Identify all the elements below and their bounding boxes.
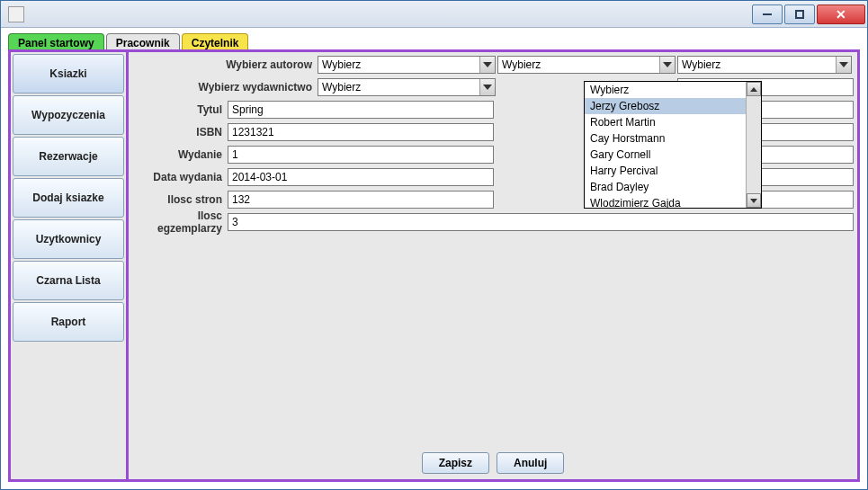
anuluj-button[interactable]: Anuluj bbox=[497, 452, 564, 474]
close-button[interactable]: ✕ bbox=[817, 4, 865, 24]
chevron-down-icon bbox=[479, 57, 495, 73]
label-ilosc-stron: Ilosc stron bbox=[132, 193, 228, 206]
chevron-down-icon bbox=[479, 79, 495, 95]
input-isbn[interactable]: 1231321 bbox=[228, 123, 494, 141]
combo-author-2[interactable]: Wybierz bbox=[497, 56, 676, 74]
combo-author-1[interactable]: Wybierz bbox=[318, 56, 496, 74]
main-tabs: Panel startowy Pracownik Czytelnik bbox=[1, 28, 867, 52]
content-frame: Ksiazki Wypozyczenia Rezerwacje Dodaj ks… bbox=[8, 49, 860, 482]
label-data-wydania: Data wydania bbox=[132, 171, 228, 183]
label-isbn: ISBN bbox=[132, 126, 228, 138]
dropdown-item[interactable]: Harry Percival bbox=[585, 163, 761, 179]
dropdown-item[interactable]: Wlodzimierz Gajda bbox=[585, 195, 761, 208]
sidebar-item-ksiazki[interactable]: Ksiazki bbox=[13, 54, 124, 94]
combo-wydawnictwo[interactable]: Wybierz bbox=[318, 78, 496, 96]
combo-author-3[interactable]: Wybierz bbox=[677, 56, 852, 74]
dropdown-item[interactable]: Brad Dayley bbox=[585, 179, 761, 195]
titlebar: ✕ bbox=[1, 1, 867, 28]
label-wybierz-autorow: Wybierz autorow bbox=[132, 58, 318, 71]
dropdown-item[interactable]: Robert Martin bbox=[585, 114, 761, 130]
author-dropdown-list[interactable]: WybierzJerzy GreboszRobert MartinCay Hor… bbox=[584, 81, 762, 209]
dropdown-item[interactable]: Wybierz bbox=[585, 82, 761, 98]
app-icon bbox=[8, 6, 24, 22]
dropdown-item[interactable]: Gary Cornell bbox=[585, 147, 761, 163]
combo-wydawnictwo-text: Wybierz bbox=[318, 81, 479, 94]
label-tytul: Tytul bbox=[132, 103, 228, 116]
zapisz-button[interactable]: Zapisz bbox=[422, 452, 489, 474]
label-wydanie: Wydanie bbox=[132, 148, 228, 161]
scroll-up-button[interactable] bbox=[747, 82, 761, 96]
app-window: ✕ Panel startowy Pracownik Czytelnik Ksi… bbox=[0, 0, 868, 490]
label-ilosc-egzemplarzy: Ilosc egzemplarzy bbox=[132, 209, 228, 235]
sidebar: Ksiazki Wypozyczenia Rezerwacje Dodaj ks… bbox=[11, 52, 129, 479]
dropdown-item[interactable]: Cay Horstmann bbox=[585, 130, 761, 147]
dropdown-item[interactable]: Jerzy Grebosz bbox=[585, 98, 761, 114]
dropdown-scrollbar[interactable] bbox=[746, 82, 761, 208]
input-data-wydania[interactable]: 2014-03-01 bbox=[228, 168, 494, 186]
button-bar: Zapisz Anuluj bbox=[129, 452, 857, 474]
input-ilosc-stron[interactable]: 132 bbox=[228, 191, 494, 209]
main-panel: Wybierz autorow Wybierz Wybierz Wybierz bbox=[129, 52, 857, 479]
label-wybierz-wydawnictwo: Wybierz wydawnictwo bbox=[132, 81, 318, 94]
minimize-button[interactable] bbox=[752, 4, 783, 24]
input-wydanie[interactable]: 1 bbox=[228, 146, 494, 164]
sidebar-item-dodaj-ksiazke[interactable]: Dodaj ksiazke bbox=[13, 178, 124, 218]
input-ilosc-egzemplarzy[interactable]: 3 bbox=[228, 213, 854, 231]
sidebar-item-rezerwacje[interactable]: Rezerwacje bbox=[13, 137, 124, 176]
scroll-down-button[interactable] bbox=[747, 193, 761, 208]
chevron-down-icon bbox=[659, 57, 675, 73]
sidebar-item-uzytkownicy[interactable]: Uzytkownicy bbox=[13, 219, 124, 259]
combo-author-3-text: Wybierz bbox=[678, 58, 836, 71]
input-tytul[interactable]: Spring bbox=[228, 101, 494, 119]
combo-author-2-text: Wybierz bbox=[498, 58, 659, 71]
sidebar-item-czarna-lista[interactable]: Czarna Lista bbox=[13, 261, 124, 300]
maximize-button[interactable] bbox=[784, 4, 815, 24]
chevron-down-icon bbox=[836, 57, 851, 73]
sidebar-item-wypozyczenia[interactable]: Wypozyczenia bbox=[13, 95, 124, 135]
combo-author-1-text: Wybierz bbox=[318, 58, 479, 71]
sidebar-item-raport[interactable]: Raport bbox=[13, 302, 124, 342]
